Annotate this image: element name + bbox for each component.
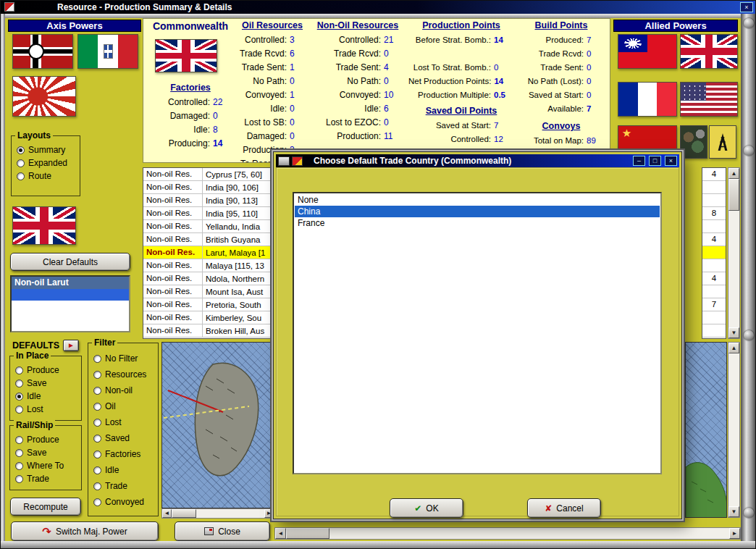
filter-radio-option[interactable]: Resources — [88, 366, 158, 382]
scroll-up-button[interactable]: ▲ — [728, 168, 739, 179]
non-oil-resources-column: Non-Oil Resources Controlled: 21 Trade R… — [311, 20, 404, 159]
radio-option-label: Route — [28, 171, 51, 181]
recompute-button[interactable]: Recompute — [10, 498, 81, 516]
resource-name-cell: Ndola, Northern — [203, 274, 274, 283]
rail-ship-radio-option[interactable]: Trade — [10, 472, 81, 485]
rail-ship-radio-option[interactable]: Where To — [10, 459, 81, 472]
clear-defaults-button[interactable]: Clear Defaults — [10, 253, 130, 271]
switch-major-power-button[interactable]: ↷ Switch Maj. Power — [11, 521, 159, 541]
radio-button-icon — [93, 355, 101, 363]
dialog-maximize-button[interactable]: □ — [649, 156, 661, 166]
radio-button-icon — [17, 172, 25, 180]
radio-button-icon — [93, 419, 101, 427]
map-view-right[interactable] — [685, 342, 727, 518]
resource-type-cell: Non-oil Res. — [143, 194, 203, 206]
production-points-heading: Production Points — [408, 20, 514, 33]
filter-radio-option[interactable]: Trade — [88, 478, 158, 494]
scrollbar-thumb[interactable] — [286, 528, 329, 539]
rail-ship-radio-option[interactable]: Save — [10, 446, 81, 459]
resource-table-row[interactable]: Non-oil Res. Malaya [115, 13 — [143, 259, 274, 272]
stat-label: Trade Rcvd: — [235, 49, 290, 59]
stat-value: 6 — [384, 104, 404, 114]
resource-table-row[interactable]: Non-oil Res. Kimberley, Sou — [143, 311, 274, 324]
scrollbar-thumb[interactable] — [172, 509, 196, 518]
cancel-button-label: Cancel — [556, 503, 583, 514]
radio-option-label: Produce — [27, 435, 59, 445]
scrollbar-track[interactable] — [329, 528, 729, 539]
defaults-arrow-button[interactable]: ► — [63, 340, 79, 351]
filter-radio-option[interactable]: Saved — [88, 430, 158, 446]
stat-label: Producing: — [148, 138, 213, 148]
resource-table-row[interactable]: Non-oil Res. Cyprus [75, 60] — [143, 168, 274, 181]
stat-label: Saved at Start: — [516, 91, 587, 99]
scrollbar-track[interactable] — [728, 353, 739, 506]
cancel-button[interactable]: ✘ Cancel — [527, 498, 601, 518]
trade-country-option[interactable]: France — [295, 217, 660, 229]
layout-radio-option[interactable]: Expanded — [12, 156, 80, 169]
resource-table-row[interactable]: Non-oil Res. British Guyana — [143, 233, 274, 246]
scrollbar-track[interactable] — [196, 509, 264, 518]
layout-radio-option[interactable]: Route — [12, 169, 80, 183]
in-place-radio-option[interactable]: Produce — [10, 364, 81, 377]
map-view-left[interactable] — [161, 342, 274, 508]
close-button[interactable]: Close — [175, 521, 270, 541]
bottom-horizontal-scrollbar: ◄ ► — [274, 527, 741, 540]
resource-table-row[interactable]: Non-oil Res. Yellandu, India — [143, 220, 274, 233]
ok-button[interactable]: ✔ OK — [390, 498, 463, 518]
filter-radio-option[interactable]: No Filter — [88, 351, 158, 366]
defaults-list-selected-row[interactable] — [12, 289, 129, 301]
filter-radio-option[interactable]: Factories — [88, 446, 158, 462]
switch-power-label: Switch Maj. Power — [56, 527, 127, 537]
stat-label: Produced: — [516, 35, 587, 44]
stat-row: Trade Rcvd: 6 — [235, 46, 310, 60]
filter-radio-option[interactable]: Oil — [88, 398, 158, 414]
resource-table-row[interactable]: Non-oil Res. India [95, 110] — [143, 207, 274, 220]
resource-table-row[interactable]: Non-oil Res. India [90, 113] — [143, 194, 274, 207]
trade-country-option[interactable]: China — [295, 206, 660, 217]
filter-radio-option[interactable]: Convoyed — [88, 494, 158, 510]
stat-value: 0 — [587, 63, 607, 72]
resource-table-row[interactable]: Non-oil Res. Larut, Malaya [1 — [143, 246, 274, 259]
filter-radio-option[interactable]: Idle — [88, 462, 158, 478]
build-points-rows: Produced: 7 Trade Rcvd: 0 Trade Sent: 0 — [516, 33, 607, 115]
rail-ship-groupbox: Rail/Ship Produce Save Where To — [9, 425, 82, 490]
resource-table-row[interactable]: Non-oil Res. India [90, 106] — [143, 181, 274, 194]
window-close-button[interactable]: × — [740, 2, 753, 12]
stat-value: 1 — [290, 90, 310, 100]
in-place-radio-option[interactable]: Save — [10, 377, 81, 390]
in-place-radio-option[interactable]: Idle — [10, 390, 81, 403]
resource-table-row[interactable]: Non-oil Res. Broken Hill, Aus — [143, 324, 274, 338]
stat-value: 0 — [290, 104, 310, 114]
resource-table-row[interactable]: Non-oil Res. Pretoria, South — [143, 298, 274, 311]
filter-radio-option[interactable]: Lost — [88, 414, 158, 430]
rail-ship-radio-option[interactable]: Produce — [10, 433, 81, 446]
radio-option-label: Saved — [105, 433, 130, 443]
layout-radio-option[interactable]: Summary — [12, 143, 80, 156]
scroll-right-button[interactable]: ► — [729, 528, 740, 539]
filter-radio-option[interactable]: Non-oil — [88, 382, 158, 398]
window-titlebar[interactable]: Resource - Production Summary & Details … — [1, 1, 756, 14]
scroll-down-button[interactable]: ▼ — [728, 506, 739, 517]
resource-type-cell: Non-oil Res. — [143, 259, 203, 272]
radio-button-icon — [15, 380, 23, 387]
dialog-titlebar[interactable]: Choose Default Trade Country (Commonweal… — [276, 154, 679, 167]
resource-table-row[interactable]: Non-oil Res. Ndola, Northern — [143, 272, 274, 285]
scroll-up-button[interactable]: ▲ — [728, 343, 739, 353]
scroll-left-button[interactable]: ◄ — [162, 509, 172, 518]
dialog-minimize-button[interactable]: – — [633, 156, 645, 166]
stat-label: Before Strat. Bomb.: — [408, 35, 494, 44]
app-window: Resource - Production Summary & Details … — [0, 0, 756, 549]
scrollbar-track[interactable] — [728, 211, 739, 327]
dialog-close-button[interactable]: × — [665, 156, 677, 166]
resource-type-cell: Non-oil Res. — [143, 324, 203, 337]
resource-table-row[interactable]: Non-oil Res. Mount Isa, Aust — [143, 285, 274, 298]
oil-derrick-glyph — [715, 131, 731, 153]
scroll-down-button[interactable]: ▼ — [728, 327, 739, 338]
scroll-left-button[interactable]: ◄ — [275, 528, 286, 539]
defaults-list-header: Non-oil Larut — [12, 277, 129, 289]
usa-flag — [680, 82, 738, 117]
defaults-listbox[interactable]: Non-oil Larut — [10, 275, 130, 332]
trade-country-option[interactable]: None — [295, 194, 660, 206]
scrollbar-thumb[interactable] — [728, 179, 739, 211]
in-place-radio-option[interactable]: Lost — [10, 403, 81, 416]
